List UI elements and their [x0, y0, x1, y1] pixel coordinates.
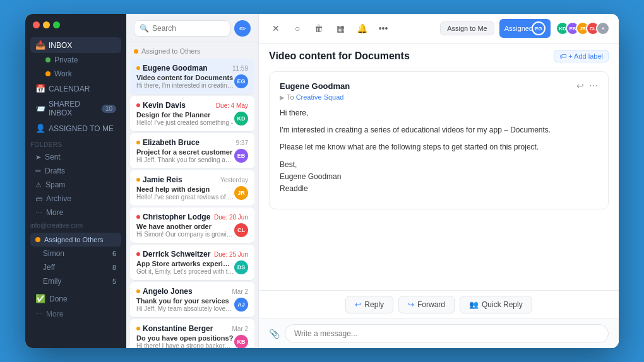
- shared-inbox-label: SHARED INBOX: [49, 100, 97, 117]
- sidebar-assignee-emily[interactable]: Emily 5: [30, 274, 121, 288]
- search-bar[interactable]: 🔍: [134, 20, 230, 37]
- email-avatar: CL: [234, 223, 248, 237]
- search-input[interactable]: [152, 24, 225, 33]
- sidebar-assignee-jeff[interactable]: Jeff 8: [30, 260, 121, 274]
- email-message-container[interactable]: Eugene Goodman ↩ ⋯ ▶ To Creative Squad H…: [259, 66, 619, 290]
- compose-button[interactable]: ✏: [234, 20, 251, 37]
- email-subject: Design for the Planner: [136, 111, 234, 119]
- sidebar-item-drafts[interactable]: ✏ Drafts: [30, 164, 121, 178]
- email-list-item[interactable]: Elizabeth Bruce 9:37 Project for a secre…: [130, 133, 254, 169]
- sidebar-item-private[interactable]: Private: [30, 53, 121, 67]
- maximize-dot[interactable]: [53, 21, 60, 28]
- email-avatar: EG: [234, 74, 248, 88]
- calendar-toolbar-button[interactable]: ▦: [332, 20, 349, 37]
- sidebar-item-inbox[interactable]: 📥 INBOX: [30, 37, 121, 53]
- sign-company: Readdle: [280, 184, 308, 193]
- archive-label: Archive: [46, 194, 71, 203]
- assign-to-me-button[interactable]: Assign to Me: [440, 21, 494, 35]
- priority-dot: [136, 66, 140, 70]
- email-avatar: KD: [234, 112, 248, 126]
- email-preview: Hi Simon! Our company is growing, so ...: [136, 231, 234, 238]
- minimize-dot[interactable]: [43, 21, 50, 28]
- email-subject: App Store artworks experiment: [136, 260, 234, 267]
- email-list-item[interactable]: Konstantine Berger Mar 2 Do you have ope…: [130, 319, 254, 348]
- attachment-icon[interactable]: 📎: [269, 329, 280, 339]
- email-time: Due: 20 Jun: [214, 214, 248, 221]
- email-subject: We have another order: [136, 223, 234, 230]
- email-time: Mar 2: [232, 325, 248, 332]
- email-preview: Hello! I've seen great reviews of your .…: [136, 194, 234, 201]
- sender-name: Angelo Jones: [143, 287, 193, 296]
- sidebar-item-more2[interactable]: ⋯ More: [30, 307, 121, 322]
- email-list-group-label: Assigned to Others: [126, 42, 258, 57]
- email-list: 🔍 ✏ Assigned to Others Eugene Goodman 11…: [126, 14, 259, 348]
- calendar-icon: 📅: [35, 84, 44, 93]
- email-time: Due: 25 Jun: [214, 251, 248, 258]
- email-list-item[interactable]: Kevin Davis Due: 4 May Design for the Pl…: [130, 96, 254, 132]
- reply-icon-header[interactable]: ↩: [576, 81, 584, 91]
- message-to: ▶ To Creative Squad: [280, 93, 598, 101]
- email-list-item[interactable]: Jamie Reis Yesterday Need help with desi…: [130, 170, 254, 206]
- quick-reply-button[interactable]: 👥 Quick Reply: [460, 296, 532, 313]
- sidebar-item-shared-inbox[interactable]: 📨 SHARED INBOX 10: [30, 96, 121, 120]
- email-items-container: Eugene Goodman 11:59 Video content for D…: [126, 57, 258, 348]
- sidebar-item-archive[interactable]: 🗃 Archive: [30, 192, 121, 206]
- forward-button[interactable]: ↪ Forward: [398, 296, 455, 313]
- sidebar-item-done[interactable]: ✅ Done: [30, 291, 121, 307]
- expand-icon[interactable]: ▶: [280, 94, 285, 101]
- spam-label: Spam: [45, 180, 65, 189]
- assigned-to-me-label: ASSIGNED TO ME: [49, 124, 114, 133]
- email-toolbar: ✕ ○ 🗑 ▦ 🔔 ••• Assign to Me Assigned: [259, 14, 619, 44]
- email-avatar: KB: [234, 335, 248, 348]
- email-time: Due: 4 May: [216, 102, 248, 109]
- circle-button[interactable]: ○: [289, 20, 306, 37]
- sidebar-item-spam[interactable]: ⚠ Spam: [30, 178, 121, 192]
- to-group-link[interactable]: Creative Squad: [296, 93, 344, 101]
- email-avatar: JR: [234, 186, 248, 200]
- add-label-button[interactable]: 🏷 + Add label: [554, 50, 609, 62]
- message-body: Hi there, I'm interested in creating a s…: [280, 107, 598, 195]
- bell-button[interactable]: 🔔: [354, 20, 370, 37]
- simon-label: Simon: [43, 249, 64, 258]
- email-list-item[interactable]: Angelo Jones Mar 2 Thank you for your se…: [130, 282, 254, 318]
- sidebar-item-calendar[interactable]: 📅 CALENDAR: [30, 81, 121, 96]
- assigned-label: Assigned: [504, 25, 533, 32]
- work-label: Work: [54, 69, 72, 78]
- message-sign: Best, Eugene Goodman Readdle: [280, 159, 598, 196]
- more-message-icon[interactable]: ⋯: [589, 81, 598, 91]
- sidebar-item-work[interactable]: Work: [30, 67, 121, 81]
- private-label: Private: [54, 55, 78, 64]
- email-list-item[interactable]: Derrick Schweitzer Due: 25 Jun App Store…: [130, 245, 254, 281]
- sidebar-item-assigned-to-me[interactable]: 👤 ASSIGNED TO ME: [30, 120, 121, 136]
- close-dot[interactable]: [33, 21, 40, 28]
- trash-button[interactable]: 🗑: [311, 20, 327, 37]
- email-preview: Hello! I've just created something -: [136, 119, 234, 126]
- email-list-item[interactable]: Eugene Goodman 11:59 Video content for D…: [130, 59, 254, 95]
- email-list-item[interactable]: Christopher Lodge Due: 20 Jun We have an…: [130, 207, 254, 243]
- inbox-label: INBOX: [49, 41, 72, 50]
- more2-label: More: [46, 310, 63, 318]
- sidebar: 📥 INBOX Private Work 📅 CALENDAR 📨 SHARED…: [25, 14, 126, 348]
- email-time: 9:37: [236, 139, 248, 146]
- message-actions: ↩ ⋯: [576, 81, 598, 91]
- more-button[interactable]: •••: [375, 20, 391, 37]
- email-time: Yesterday: [220, 177, 248, 184]
- reply-button[interactable]: ↩ Reply: [345, 296, 393, 313]
- inbox-icon: 📥: [35, 40, 44, 50]
- email-avatar: AJ: [234, 298, 248, 312]
- email-avatar: EB: [234, 149, 248, 163]
- sidebar-item-sent[interactable]: ➤ Sent: [30, 150, 121, 164]
- email-list-header: 🔍 ✏: [126, 14, 258, 42]
- assigned-button[interactable]: Assigned EG: [499, 19, 551, 38]
- drafts-icon: ✏: [35, 167, 41, 175]
- trash-icon: 🗑: [314, 23, 323, 33]
- sidebar-item-more[interactable]: ⋯ More: [30, 206, 121, 219]
- calendar-toolbar-icon: ▦: [337, 23, 345, 33]
- message-greeting: Hi there,: [280, 107, 598, 119]
- assigned-to-others-header[interactable]: Assigned to Others: [30, 233, 121, 247]
- close-button[interactable]: ✕: [268, 20, 284, 37]
- sidebar-assignee-simon[interactable]: Simon 6: [30, 247, 121, 260]
- write-message-input[interactable]: [285, 324, 609, 343]
- message-header: Eugene Goodman ↩ ⋯: [280, 81, 598, 91]
- assigned-avatar-1: EG: [532, 21, 546, 35]
